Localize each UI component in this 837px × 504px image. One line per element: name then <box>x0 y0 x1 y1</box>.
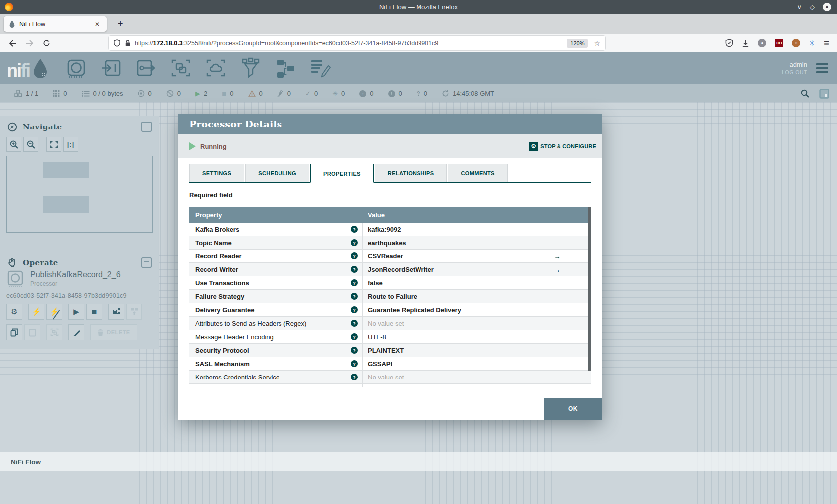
table-row[interactable]: Use Transactions?false <box>189 276 591 290</box>
tab-relationships[interactable]: RELATIONSHIPS <box>375 164 447 182</box>
table-scrollbar[interactable] <box>588 207 591 371</box>
stop-and-configure-button[interactable]: ⚙ STOP & CONFIGURE <box>529 142 596 151</box>
table-row[interactable]: Kerberos Credentials Service?No value se… <box>189 371 591 384</box>
table-row[interactable]: Kerberos Service Name?No value set <box>189 384 591 387</box>
help-icon[interactable]: ? <box>351 347 358 354</box>
paste-icon <box>29 328 36 337</box>
funnel-draggable-icon[interactable] <box>239 57 262 79</box>
help-icon[interactable]: ? <box>351 279 358 286</box>
start-button[interactable]: ▶ <box>68 304 84 320</box>
help-icon[interactable]: ? <box>351 360 358 367</box>
enable-button[interactable]: ⚡ <box>28 304 44 320</box>
property-value: PLAINTEXT <box>363 344 546 357</box>
help-icon[interactable]: ? <box>351 320 358 327</box>
table-row[interactable]: Message Header Encoding?UTF-8 <box>189 330 591 344</box>
color-button[interactable] <box>68 324 84 340</box>
tab-close-icon[interactable]: ✕ <box>93 20 102 29</box>
zoom-actual-size-button[interactable]: |:| <box>63 137 78 152</box>
extension-mask-icon[interactable]: ● <box>758 39 766 47</box>
browser-menu-icon[interactable]: ≡ <box>824 38 829 48</box>
property-value: Route to Failure <box>363 290 546 303</box>
search-icon[interactable] <box>801 89 809 98</box>
process-group-draggable-icon[interactable] <box>169 57 192 79</box>
operate-panel: Operate PublishKafkaRecord_2_6 Processor… <box>0 252 159 349</box>
breadcrumb[interactable]: NiFi Flow <box>11 458 41 466</box>
collapse-navigate-button[interactable] <box>141 122 152 132</box>
remote-process-group-draggable-icon[interactable] <box>204 57 227 79</box>
help-icon[interactable]: ? <box>351 226 358 233</box>
zoom-level-badge[interactable]: 120% <box>567 39 588 48</box>
table-row[interactable]: SASL Mechanism?GSSAPI <box>189 357 591 371</box>
group-button[interactable] <box>46 324 62 340</box>
help-icon[interactable]: ? <box>351 293 358 300</box>
input-port-draggable-icon[interactable] <box>100 57 123 79</box>
dialog-status-bar: Running ⚙ STOP & CONFIGURE <box>178 134 602 158</box>
disable-button[interactable]: ⚡ <box>46 304 62 320</box>
template-draggable-icon[interactable] <box>274 57 297 79</box>
label-draggable-icon[interactable] <box>309 57 332 79</box>
global-menu-icon[interactable] <box>816 63 828 73</box>
goto-controller-service-icon[interactable]: → <box>554 265 561 274</box>
property-name: Delivery Guarantee <box>195 306 351 314</box>
paste-button[interactable] <box>24 324 40 340</box>
configuration-button[interactable]: ⚙ <box>6 304 22 320</box>
url-bar[interactable]: https://172.18.0.3:32558/nifi/?processGr… <box>109 36 605 50</box>
table-row[interactable]: Kafka Brokers?kafka:9092 <box>189 223 591 236</box>
save-template-button[interactable] <box>108 304 124 320</box>
zoom-out-button[interactable] <box>23 137 38 152</box>
table-row[interactable]: Attributes to Send as Headers (Regex)?No… <box>189 317 591 330</box>
output-port-draggable-icon[interactable] <box>135 57 157 79</box>
table-row[interactable]: Delivery Guarantee?Guarantee Replicated … <box>189 303 591 317</box>
tab-settings[interactable]: SETTINGS <box>189 164 244 182</box>
selected-component-name: PublishKafkaRecord_2_6 <box>30 270 121 279</box>
zoom-in-button[interactable] <box>6 137 21 152</box>
reload-icon[interactable] <box>43 39 50 47</box>
goto-controller-service-icon[interactable]: → <box>554 252 561 260</box>
help-icon[interactable]: ? <box>351 374 358 380</box>
table-row[interactable]: Record Writer?JsonRecordSetWriter→ <box>189 263 591 276</box>
tab-comments[interactable]: COMMENTS <box>448 164 507 182</box>
nifi-logo-text: nifi <box>7 63 30 79</box>
browser-tab[interactable]: NiFi Flow ✕ <box>4 16 107 32</box>
protection-shield-icon[interactable] <box>725 39 733 47</box>
birdseye-minimap[interactable] <box>6 156 153 233</box>
tab-scheduling[interactable]: SCHEDULING <box>245 164 309 182</box>
help-icon[interactable]: ? <box>351 306 358 313</box>
table-row[interactable]: Failure Strategy?Route to Failure <box>189 290 591 303</box>
help-icon[interactable]: ? <box>351 333 358 340</box>
zoom-fit-button[interactable] <box>46 137 61 152</box>
back-icon[interactable] <box>9 40 17 47</box>
help-icon[interactable]: ? <box>351 239 358 246</box>
collapse-operate-button[interactable] <box>141 257 152 268</box>
table-row[interactable]: Record Reader?CSVReader→ <box>189 250 591 263</box>
processor-draggable-icon[interactable] <box>65 57 88 79</box>
lock-icon[interactable] <box>125 39 131 47</box>
stop-button[interactable]: ■ <box>86 304 102 320</box>
delete-button[interactable]: DELETE <box>90 324 137 340</box>
copy-button[interactable] <box>6 324 22 340</box>
tab-properties[interactable]: PROPERTIES <box>310 164 374 183</box>
help-icon[interactable]: ? <box>351 387 358 387</box>
queued-list-icon <box>82 90 90 97</box>
help-icon[interactable]: ? <box>351 252 358 259</box>
table-row[interactable]: Security Protocol?PLAINTEXT <box>189 344 591 357</box>
upload-template-button[interactable] <box>126 304 142 320</box>
refresh-icon[interactable] <box>442 90 449 97</box>
exclamation-circle-icon: ! <box>388 90 395 97</box>
extension-asterisk-icon[interactable]: ✳ <box>809 39 815 48</box>
cookie-extension-icon[interactable]: ◦◦ <box>792 39 800 47</box>
logout-link[interactable]: LOG OUT <box>782 69 807 75</box>
forward-icon[interactable] <box>26 40 34 47</box>
stale-status: ↑ 0 <box>359 90 373 97</box>
property-name: Kerberos Service Name <box>195 387 351 388</box>
nifi-status-bar: 1 / 1 0 0 / 0 bytes 0 0 ▶ 2 ■ 0 0 <box>0 84 837 103</box>
birdseye-panel-icon[interactable] <box>819 89 829 99</box>
help-icon[interactable]: ? <box>351 266 358 273</box>
ok-button[interactable]: OK <box>544 398 602 420</box>
table-row[interactable]: Topic Name?earthquakes <box>189 236 591 250</box>
bookmark-star-icon[interactable]: ☆ <box>594 39 600 47</box>
ublock-origin-icon[interactable]: uO <box>775 39 783 47</box>
new-tab-button[interactable]: + <box>115 18 126 30</box>
download-icon[interactable] <box>742 39 749 47</box>
tracking-shield-icon[interactable] <box>114 39 120 47</box>
